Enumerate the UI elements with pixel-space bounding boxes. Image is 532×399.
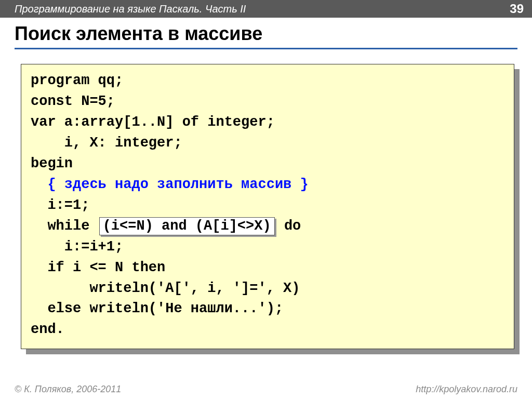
slide-header: Программирование на языке Паскаль. Часть…: [0, 0, 532, 18]
code-line: i, X: integer;: [31, 135, 182, 151]
code-line: while: [31, 218, 98, 234]
code-line: do: [276, 218, 301, 234]
code-line: program qq;: [31, 73, 123, 88]
slide: Программирование на языке Паскаль. Часть…: [0, 0, 532, 399]
code-line: var a:array[1..N] of integer;: [31, 114, 275, 130]
code-line: else writeln('Не нашли...');: [31, 301, 283, 316]
header-title: Программирование на языке Паскаль. Часть…: [15, 3, 246, 15]
code-line: i:=i+1;: [31, 239, 123, 255]
code-content: program qq; const N=5; var a:array[1..N]…: [21, 64, 514, 349]
code-block: program qq; const N=5; var a:array[1..N]…: [21, 64, 514, 349]
slide-footer: © К. Поляков, 2006-2011 http://kpolyakov…: [0, 384, 532, 395]
code-line: i:=1;: [31, 197, 89, 213]
code-line: if i <= N then: [31, 260, 165, 275]
footer-url: http://kpolyakov.narod.ru: [416, 384, 517, 395]
title-area: Поиск элемента в массиве: [0, 18, 532, 52]
code-line: end.: [31, 322, 64, 337]
footer-copyright: © К. Поляков, 2006-2011: [15, 384, 121, 395]
code-line: const N=5;: [31, 94, 115, 109]
code-line: writeln('A[', i, ']=', X): [31, 281, 300, 296]
code-comment: { здесь надо заполнить массив }: [47, 177, 308, 192]
code-highlight: (i<=N) and (A[i]<>X): [99, 217, 275, 236]
title-underline: [15, 48, 517, 49]
slide-title: Поиск элемента в массиве: [15, 23, 517, 45]
code-line: begin: [31, 156, 73, 171]
slide-number: 39: [510, 2, 524, 16]
